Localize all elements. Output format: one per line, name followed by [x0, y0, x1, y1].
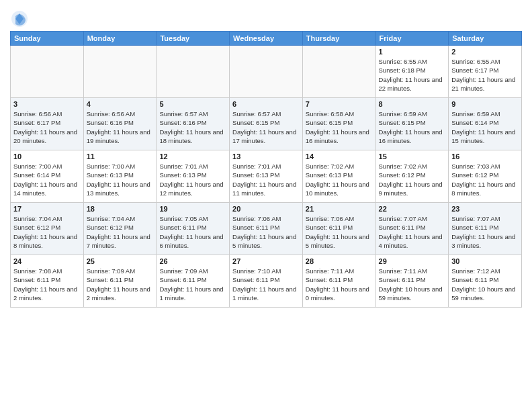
day-info: Sunrise: 7:00 AM Sunset: 6:13 PM Dayligh… [87, 162, 154, 197]
calendar-cell: 12Sunrise: 7:01 AM Sunset: 6:13 PM Dayli… [157, 150, 230, 203]
day-number: 27 [232, 257, 300, 265]
day-info: Sunrise: 6:55 AM Sunset: 6:18 PM Dayligh… [379, 57, 446, 93]
calendar-cell: 7Sunrise: 6:58 AM Sunset: 6:15 PM Daylig… [302, 98, 375, 150]
header-friday: Friday [375, 32, 449, 46]
day-info: Sunrise: 7:01 AM Sunset: 6:13 PM Dayligh… [232, 162, 300, 197]
calendar-cell: 1Sunrise: 6:55 AM Sunset: 6:18 PM Daylig… [375, 46, 449, 98]
day-number: 4 [87, 100, 154, 108]
header-wednesday: Wednesday [230, 32, 303, 46]
day-number: 18 [87, 205, 154, 213]
calendar-cell: 16Sunrise: 7:03 AM Sunset: 6:12 PM Dayli… [449, 150, 522, 203]
day-number: 25 [87, 257, 154, 265]
day-info: Sunrise: 6:57 AM Sunset: 6:16 PM Dayligh… [159, 109, 226, 145]
day-number: 2 [451, 48, 519, 56]
day-number: 28 [306, 257, 373, 265]
day-info: Sunrise: 7:02 AM Sunset: 6:12 PM Dayligh… [379, 162, 446, 197]
calendar-cell: 20Sunrise: 7:06 AM Sunset: 6:11 PM Dayli… [230, 203, 303, 255]
day-info: Sunrise: 7:06 AM Sunset: 6:11 PM Dayligh… [306, 214, 373, 250]
day-info: Sunrise: 6:56 AM Sunset: 6:17 PM Dayligh… [13, 109, 81, 145]
day-number: 17 [13, 205, 81, 213]
calendar-cell: 13Sunrise: 7:01 AM Sunset: 6:13 PM Dayli… [230, 150, 303, 203]
main-container: Sunday Monday Tuesday Wednesday Thursday… [0, 0, 532, 311]
calendar-cell: 17Sunrise: 7:04 AM Sunset: 6:12 PM Dayli… [11, 203, 84, 255]
day-info: Sunrise: 7:03 AM Sunset: 6:12 PM Dayligh… [451, 162, 519, 197]
day-info: Sunrise: 6:57 AM Sunset: 6:15 PM Dayligh… [232, 109, 300, 145]
calendar-cell: 2Sunrise: 6:55 AM Sunset: 6:17 PM Daylig… [449, 46, 522, 98]
calendar-table: Sunday Monday Tuesday Wednesday Thursday… [10, 31, 522, 308]
day-info: Sunrise: 7:09 AM Sunset: 6:11 PM Dayligh… [159, 267, 226, 302]
header-monday: Monday [83, 32, 157, 46]
day-info: Sunrise: 7:11 AM Sunset: 6:11 PM Dayligh… [379, 267, 446, 302]
calendar-cell: 29Sunrise: 7:11 AM Sunset: 6:11 PM Dayli… [375, 255, 449, 308]
day-info: Sunrise: 7:10 AM Sunset: 6:11 PM Dayligh… [232, 267, 300, 302]
day-number: 22 [379, 205, 446, 213]
day-number: 5 [159, 100, 226, 108]
header-tuesday: Tuesday [157, 32, 230, 46]
day-info: Sunrise: 6:55 AM Sunset: 6:17 PM Dayligh… [451, 57, 519, 93]
day-number: 6 [232, 100, 300, 108]
calendar-cell: 19Sunrise: 7:05 AM Sunset: 6:11 PM Dayli… [157, 203, 230, 255]
calendar-cell: 27Sunrise: 7:10 AM Sunset: 6:11 PM Dayli… [230, 255, 303, 308]
day-number: 10 [13, 152, 81, 161]
day-number: 3 [13, 100, 81, 108]
header-thursday: Thursday [302, 32, 375, 46]
day-info: Sunrise: 6:56 AM Sunset: 6:16 PM Dayligh… [87, 109, 154, 145]
calendar-cell: 8Sunrise: 6:59 AM Sunset: 6:15 PM Daylig… [375, 98, 449, 150]
day-info: Sunrise: 7:00 AM Sunset: 6:14 PM Dayligh… [13, 162, 81, 197]
calendar-cell: 14Sunrise: 7:02 AM Sunset: 6:13 PM Dayli… [302, 150, 375, 203]
header-row [10, 7, 522, 28]
calendar-cell [157, 46, 230, 98]
header-saturday: Saturday [449, 32, 522, 46]
day-number: 20 [232, 205, 300, 213]
calendar-cell: 22Sunrise: 7:07 AM Sunset: 6:11 PM Dayli… [375, 203, 449, 255]
calendar-week-2: 3Sunrise: 6:56 AM Sunset: 6:17 PM Daylig… [11, 98, 522, 150]
header-sunday: Sunday [11, 32, 84, 46]
day-number: 26 [159, 257, 226, 265]
calendar-cell [83, 46, 157, 98]
calendar-cell: 21Sunrise: 7:06 AM Sunset: 6:11 PM Dayli… [302, 203, 375, 255]
day-info: Sunrise: 7:01 AM Sunset: 6:13 PM Dayligh… [159, 162, 226, 197]
day-info: Sunrise: 7:05 AM Sunset: 6:11 PM Dayligh… [159, 214, 226, 250]
day-number: 21 [306, 205, 373, 213]
day-number: 15 [379, 152, 446, 161]
calendar-cell [302, 46, 375, 98]
day-number: 13 [232, 152, 300, 161]
day-number: 30 [451, 257, 519, 265]
day-number: 23 [451, 205, 519, 213]
calendar-cell [11, 46, 84, 98]
logo [10, 9, 32, 28]
day-info: Sunrise: 6:59 AM Sunset: 6:15 PM Dayligh… [379, 109, 446, 145]
calendar-cell: 9Sunrise: 6:59 AM Sunset: 6:14 PM Daylig… [449, 98, 522, 150]
logo-icon [10, 9, 29, 28]
calendar-week-5: 24Sunrise: 7:08 AM Sunset: 6:11 PM Dayli… [11, 255, 522, 308]
day-info: Sunrise: 7:08 AM Sunset: 6:11 PM Dayligh… [13, 267, 81, 302]
day-info: Sunrise: 7:04 AM Sunset: 6:12 PM Dayligh… [87, 214, 154, 250]
calendar-cell: 3Sunrise: 6:56 AM Sunset: 6:17 PM Daylig… [11, 98, 84, 150]
calendar-cell: 11Sunrise: 7:00 AM Sunset: 6:13 PM Dayli… [83, 150, 157, 203]
calendar-cell: 18Sunrise: 7:04 AM Sunset: 6:12 PM Dayli… [83, 203, 157, 255]
day-info: Sunrise: 7:12 AM Sunset: 6:11 PM Dayligh… [451, 267, 519, 302]
day-number: 24 [13, 257, 81, 265]
day-number: 12 [159, 152, 226, 161]
day-info: Sunrise: 6:58 AM Sunset: 6:15 PM Dayligh… [306, 109, 373, 145]
day-number: 29 [379, 257, 446, 265]
day-info: Sunrise: 7:06 AM Sunset: 6:11 PM Dayligh… [232, 214, 300, 250]
day-number: 19 [159, 205, 226, 213]
day-info: Sunrise: 7:09 AM Sunset: 6:11 PM Dayligh… [87, 267, 154, 302]
day-info: Sunrise: 7:07 AM Sunset: 6:11 PM Dayligh… [379, 214, 446, 250]
calendar-cell: 6Sunrise: 6:57 AM Sunset: 6:15 PM Daylig… [230, 98, 303, 150]
calendar-week-3: 10Sunrise: 7:00 AM Sunset: 6:14 PM Dayli… [11, 150, 522, 203]
calendar-week-4: 17Sunrise: 7:04 AM Sunset: 6:12 PM Dayli… [11, 203, 522, 255]
calendar-cell: 25Sunrise: 7:09 AM Sunset: 6:11 PM Dayli… [83, 255, 157, 308]
calendar-cell: 5Sunrise: 6:57 AM Sunset: 6:16 PM Daylig… [157, 98, 230, 150]
day-number: 9 [451, 100, 519, 108]
day-info: Sunrise: 7:11 AM Sunset: 6:11 PM Dayligh… [306, 267, 373, 302]
calendar-cell: 4Sunrise: 6:56 AM Sunset: 6:16 PM Daylig… [83, 98, 157, 150]
calendar-cell: 15Sunrise: 7:02 AM Sunset: 6:12 PM Dayli… [375, 150, 449, 203]
calendar-cell: 28Sunrise: 7:11 AM Sunset: 6:11 PM Dayli… [302, 255, 375, 308]
day-info: Sunrise: 7:07 AM Sunset: 6:11 PM Dayligh… [451, 214, 519, 250]
day-number: 11 [87, 152, 154, 161]
calendar-cell: 26Sunrise: 7:09 AM Sunset: 6:11 PM Dayli… [157, 255, 230, 308]
calendar-week-1: 1Sunrise: 6:55 AM Sunset: 6:18 PM Daylig… [11, 46, 522, 98]
calendar-cell: 24Sunrise: 7:08 AM Sunset: 6:11 PM Dayli… [11, 255, 84, 308]
